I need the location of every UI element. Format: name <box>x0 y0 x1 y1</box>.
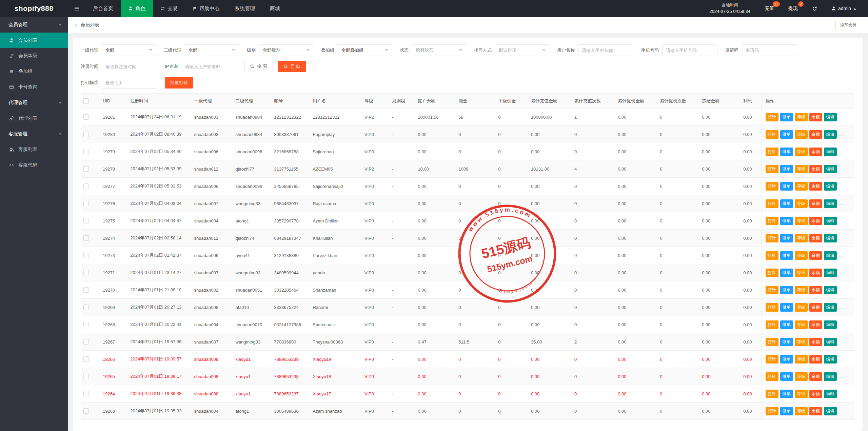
action-level-button[interactable]: 等级 <box>795 286 808 294</box>
action-balance-button[interactable]: 余额 <box>809 407 822 415</box>
row-checkbox[interactable] <box>83 114 89 120</box>
search-button[interactable]: 搜 索 <box>244 61 273 72</box>
row-checkbox[interactable] <box>83 253 89 258</box>
more-actions-button[interactable]: ... <box>839 235 844 240</box>
sidebar-item-service-code[interactable]: 客服代码 <box>0 157 68 173</box>
action-edit-button[interactable]: 编辑 <box>824 148 837 156</box>
more-actions-button[interactable]: ... <box>839 391 844 396</box>
more-actions-button[interactable]: ... <box>839 339 844 344</box>
more-actions-button[interactable]: ... <box>839 374 844 379</box>
sidebar-group-member-mgmt[interactable]: 会员管理▾ <box>0 17 68 33</box>
action-needle-button[interactable]: 打针 <box>766 390 778 398</box>
action-order-button[interactable]: 做单 <box>780 320 793 329</box>
needle-range-input[interactable] <box>102 77 157 89</box>
add-member-button[interactable]: 添加会员 <box>835 20 861 30</box>
action-order-button[interactable]: 做单 <box>780 338 793 346</box>
action-level-button[interactable]: 等级 <box>795 148 808 156</box>
export-button[interactable]: 导 出 <box>278 61 306 72</box>
action-edit-button[interactable]: 编辑 <box>824 234 837 242</box>
action-edit-button[interactable]: 编辑 <box>824 113 837 121</box>
action-needle-button[interactable]: 打针 <box>766 148 778 156</box>
action-balance-button[interactable]: 余额 <box>809 234 822 242</box>
nav-item-role[interactable]: 角色 <box>121 0 153 17</box>
sidebar-group-agent-mgmt[interactable]: 代理管理▾ <box>0 95 68 111</box>
action-balance-button[interactable]: 余额 <box>809 303 822 312</box>
input-username[interactable] <box>578 44 633 56</box>
action-level-button[interactable]: 等级 <box>795 338 808 346</box>
sidebar-item-stack-group[interactable]: 叠加组 <box>0 64 68 79</box>
more-actions-button[interactable]: ... <box>839 270 844 275</box>
action-balance-button[interactable]: 余额 <box>809 113 822 121</box>
action-level-button[interactable]: 等级 <box>795 251 808 260</box>
action-level-button[interactable]: 等级 <box>795 269 808 277</box>
more-actions-button[interactable]: ... <box>839 183 844 189</box>
action-balance-button[interactable]: 余额 <box>809 165 822 173</box>
row-checkbox[interactable] <box>83 149 89 154</box>
action-level-button[interactable]: 等级 <box>795 130 808 139</box>
action-needle-button[interactable]: 打针 <box>766 407 778 415</box>
action-needle-button[interactable]: 打针 <box>766 130 778 139</box>
action-needle-button[interactable]: 打针 <box>766 165 778 173</box>
action-order-button[interactable]: 做单 <box>780 182 793 191</box>
action-needle-button[interactable]: 打针 <box>766 372 778 381</box>
action-order-button[interactable]: 做单 <box>780 130 793 139</box>
action-order-button[interactable]: 做单 <box>780 303 793 312</box>
action-edit-button[interactable]: 编辑 <box>824 199 837 208</box>
action-needle-button[interactable]: 打针 <box>766 113 778 121</box>
row-checkbox[interactable] <box>83 270 89 275</box>
action-balance-button[interactable]: 余额 <box>809 338 822 346</box>
sidebar-item-member-list[interactable]: 会员列表 <box>0 33 68 48</box>
action-order-button[interactable]: 做单 <box>780 217 793 225</box>
action-needle-button[interactable]: 打针 <box>766 338 778 346</box>
action-order-button[interactable]: 做单 <box>780 355 793 364</box>
row-checkbox[interactable] <box>83 305 89 310</box>
action-order-button[interactable]: 做单 <box>780 286 793 294</box>
refresh-button[interactable] <box>812 6 817 11</box>
action-order-button[interactable]: 做单 <box>780 199 793 208</box>
action-level-button[interactable]: 等级 <box>795 182 808 191</box>
sidebar-item-member-level[interactable]: 会员等级 <box>0 48 68 64</box>
more-actions-button[interactable]: ... <box>839 305 844 310</box>
action-edit-button[interactable]: 编辑 <box>824 338 837 346</box>
action-level-button[interactable]: 等级 <box>795 407 808 415</box>
action-level-button[interactable]: 等级 <box>795 217 808 225</box>
action-balance-button[interactable]: 余额 <box>809 182 822 191</box>
nav-item-home[interactable]: 后台首页 <box>85 0 121 17</box>
action-balance-button[interactable]: 余额 <box>809 286 822 294</box>
select-status[interactable]: 所有状态 <box>412 44 466 56</box>
action-edit-button[interactable]: 编辑 <box>824 182 837 191</box>
more-actions-button[interactable]: ... <box>839 253 844 258</box>
action-balance-button[interactable]: 余额 <box>809 217 822 225</box>
batch-needle-button[interactable]: 批量打针 <box>165 77 193 89</box>
withdraw-nav-item[interactable]: 提现 2 <box>788 5 798 12</box>
more-actions-button[interactable]: ... <box>839 322 844 327</box>
action-level-button[interactable]: 等级 <box>795 234 808 242</box>
row-checkbox[interactable] <box>83 374 89 379</box>
action-order-button[interactable]: 做单 <box>780 165 793 173</box>
more-actions-button[interactable]: ... <box>839 287 844 292</box>
action-edit-button[interactable]: 编辑 <box>824 407 837 415</box>
action-edit-button[interactable]: 编辑 <box>824 372 837 381</box>
more-actions-button[interactable]: ... <box>839 201 844 206</box>
more-actions-button[interactable]: ... <box>839 166 844 171</box>
action-order-button[interactable]: 做单 <box>780 372 793 381</box>
action-needle-button[interactable]: 打针 <box>766 251 778 260</box>
action-balance-button[interactable]: 余额 <box>809 269 822 277</box>
action-level-button[interactable]: 等级 <box>795 390 808 398</box>
row-checkbox[interactable] <box>83 339 89 345</box>
select-all-checkbox[interactable] <box>83 98 89 104</box>
action-balance-button[interactable]: 余额 <box>809 390 822 398</box>
row-checkbox[interactable] <box>83 322 89 327</box>
row-checkbox[interactable] <box>83 183 89 189</box>
sidebar-toggle-button[interactable] <box>68 0 85 17</box>
action-edit-button[interactable]: 编辑 <box>824 355 837 364</box>
action-needle-button[interactable]: 打针 <box>766 303 778 312</box>
action-order-button[interactable]: 做单 <box>780 251 793 260</box>
action-level-button[interactable]: 等级 <box>795 199 808 208</box>
action-edit-button[interactable]: 编辑 <box>824 390 837 398</box>
action-needle-button[interactable]: 打针 <box>766 286 778 294</box>
action-needle-button[interactable]: 打针 <box>766 355 778 364</box>
select-stack-group[interactable]: 全部叠加组 <box>338 44 392 56</box>
select-level[interactable]: 全部级别 <box>259 44 313 56</box>
reg-time-input[interactable] <box>102 61 157 72</box>
